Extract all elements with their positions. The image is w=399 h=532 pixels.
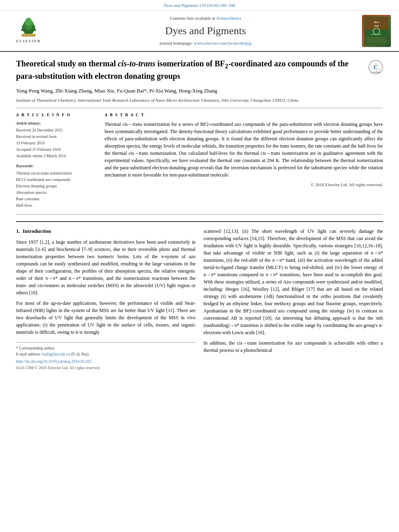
intro-para-1: Since 1937 [1,2], a large number of azob… [16,238,195,296]
title-middle: isomerization of BF [155,59,225,68]
homepage-anchor[interactable]: www.elsevier.com/locate/dyepig [194,41,251,45]
intro-para-2: For most of the up-to-date applications,… [16,300,195,336]
header-area: ELSEVIER Contents lists available at Sci… [0,11,399,52]
svg-point-4 [22,26,25,29]
paper-content: Theoretical study on thermal cis-to-tran… [0,52,399,378]
article-title-block: Theoretical study on thermal cis-to-tran… [16,58,383,82]
keyword-6: Half-lives [16,202,97,209]
received-date: Received 20 December 2015 [16,127,97,134]
elsevier-tree-icon [14,18,43,38]
header-right: dyes and PIGMENTS [360,15,393,47]
corresponding-author: * Corresponding author. [16,345,195,351]
elsevier-logo: ELSEVIER [10,17,47,45]
keyword-5: Rate constants [16,196,97,202]
revised-date: 19 February 2016 [16,140,97,146]
journal-top-bar: Dyes and Pigments 129 (2016) 100–108 [0,0,399,11]
email-suffix: (F.-Q. Bai). [70,352,89,356]
svg-text:C: C [374,64,378,70]
elsevier-text: ELSEVIER [16,39,41,44]
sciencedirect-link[interactable]: Contents lists available at ScienceDirec… [170,15,241,22]
introduction-label: Introduction [23,228,51,234]
history-label: Article history: [16,121,97,127]
keyword-1: Thermal cis-to-trans isomerization [16,170,97,177]
homepage-link[interactable]: journal homepage: www.elsevier.com/locat… [160,40,251,47]
svg-point-5 [32,26,35,29]
badge-image-icon: dyes and PIGMENTS [364,17,389,45]
title-before-italic: Theoretical study on thermal [16,59,118,68]
affiliation-line: Institute of Theoretical Chemistry, Inte… [16,97,383,104]
journal-citation: Dyes and Pigments 129 (2016) 100–108 [164,3,235,8]
section-number: 1. [16,228,23,234]
crossmark-icon[interactable]: C CrossMark [368,60,383,74]
journal-title: Dyes and Pigments [165,23,246,39]
article-info-heading: A R T I C L E I N F O [16,112,97,118]
title-italic: cis-to-trans [118,59,155,68]
email-label: E-mail address: [16,352,41,356]
keywords-block: Keywords: Thermal cis-to-trans isomeriza… [16,163,97,209]
divider-2 [16,214,383,215]
abstract-col: A B S T R A C T Thermal cis→trans isomer… [105,112,383,209]
article-history-block: Article history: Received 20 December 20… [16,121,97,160]
corresponding-label: * Corresponding author. [16,346,55,350]
right-para-2: In addition, the cis→trans isomerization… [204,339,383,354]
svg-text:CrossMark: CrossMark [371,71,381,73]
article-info-abstract: A R T I C L E I N F O Article history: R… [16,112,383,209]
journal-badge: dyes and PIGMENTS [362,15,391,47]
body-content: 1. Introduction Since 1937 [1,2], a larg… [16,221,383,371]
abstract-text: Thermal cis→trans isomerization for a se… [105,121,383,179]
svg-point-6 [21,29,24,31]
keyword-3: Electron donating groups [16,183,97,189]
accepted-date: Accepted 25 February 2016 [16,146,97,153]
crossmark-svg: C CrossMark [368,60,383,74]
sciencedirect-anchor[interactable]: ScienceDirect [216,16,241,21]
doi-link[interactable]: http://dx.doi.org/10.1016/j.dyepig.2016.… [16,359,92,364]
email-link[interactable]: baifq@jlu.edu.cn [42,352,70,356]
issn-line: 0143-7208/© 2016 Elsevier Ltd. All right… [16,365,195,371]
svg-point-7 [33,29,36,31]
introduction-heading: 1. Introduction [16,228,195,235]
svg-rect-9 [23,34,35,36]
footnote-area: * Corresponding author. E-mail address: … [16,342,195,371]
elsevier-logo-area: ELSEVIER [6,15,51,47]
svg-point-3 [25,18,32,26]
keywords-label: Keywords: [16,163,97,169]
header-center: Contents lists available at ScienceDirec… [56,15,356,47]
homepage-prefix: journal homepage: [160,41,193,45]
svg-text:and: and [374,24,378,27]
sciencedirect-prefix: Contents lists available at [170,16,215,21]
email-footnote: E-mail address: baifq@jlu.edu.cn (F.-Q. … [16,351,195,357]
svg-text:dyes: dyes [374,21,379,24]
authors-line: Yong-Peng Wang, Zhi-Xiang Zhang, Miao Xi… [16,87,383,95]
copyright-line: © 2016 Elsevier Ltd. All rights reserved… [105,182,383,188]
keyword-2: BF2-Coordinated azo compounds [16,177,97,183]
article-title-text: Theoretical study on thermal cis-to-tran… [16,58,364,82]
svg-rect-15 [366,37,387,43]
body-left-col: 1. Introduction Since 1937 [1,2], a larg… [16,228,195,371]
revised-label: Received in revised form [16,134,97,140]
right-para-1: scattered [12,13]. (ii) The short wavele… [204,228,383,336]
doi-line[interactable]: http://dx.doi.org/10.1016/j.dyepig.2016.… [16,359,195,365]
divider-1 [16,108,383,108]
body-right-col: scattered [12,13]. (ii) The short wavele… [204,228,383,371]
online-date: Available online 3 March 2016 [16,153,97,159]
article-info-col: A R T I C L E I N F O Article history: R… [16,112,97,209]
page-wrapper: Dyes and Pigments 129 (2016) 100–108 [0,0,399,378]
abstract-heading: A B S T R A C T [105,112,383,118]
keyword-4: Absorption spectra [16,189,97,196]
